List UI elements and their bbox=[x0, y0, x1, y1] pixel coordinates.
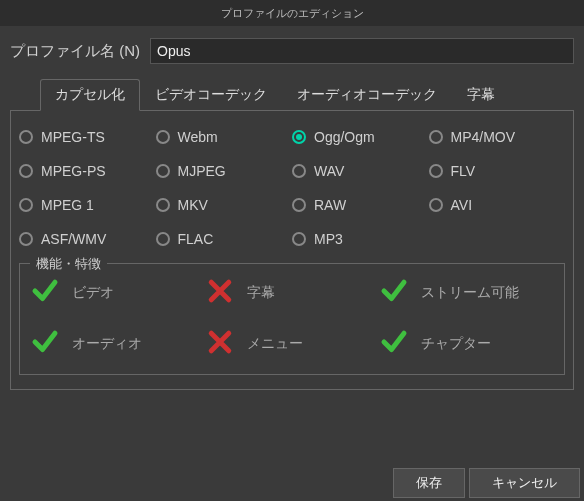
feature-video: ビデオ bbox=[30, 276, 205, 309]
tab-video-codec[interactable]: ビデオコーデック bbox=[140, 79, 282, 111]
dialog-footer: 保存 キャンセル bbox=[0, 465, 584, 501]
radio-icon bbox=[19, 232, 33, 246]
radio-icon bbox=[429, 164, 443, 178]
features-grid: ビデオ字幕ストリーム可能オーディオメニューチャプター bbox=[30, 276, 554, 360]
format-radio-group: MPEG-TSWebmOgg/OgmMP4/MOVMPEG-PSMJPEGWAV… bbox=[19, 129, 565, 247]
format-radio-flv[interactable]: FLV bbox=[429, 163, 566, 179]
format-label: RAW bbox=[314, 197, 346, 213]
format-radio-avi[interactable]: AVI bbox=[429, 197, 566, 213]
format-label: MJPEG bbox=[178, 163, 226, 179]
format-radio-wav[interactable]: WAV bbox=[292, 163, 429, 179]
feature-label: チャプター bbox=[421, 335, 491, 353]
radio-icon bbox=[156, 198, 170, 212]
tab-panel-encapsulation: MPEG-TSWebmOgg/OgmMP4/MOVMPEG-PSMJPEGWAV… bbox=[10, 111, 574, 390]
format-label: FLAC bbox=[178, 231, 214, 247]
feature-label: 字幕 bbox=[247, 284, 275, 302]
format-radio-mkv[interactable]: MKV bbox=[156, 197, 293, 213]
radio-icon bbox=[19, 198, 33, 212]
feature-label: メニュー bbox=[247, 335, 303, 353]
format-label: AVI bbox=[451, 197, 473, 213]
radio-icon bbox=[19, 130, 33, 144]
format-label: WAV bbox=[314, 163, 344, 179]
format-label: FLV bbox=[451, 163, 476, 179]
tab-bar: カプセル化 ビデオコーデック オーディオコーデック 字幕 bbox=[10, 78, 574, 111]
format-radio-ogg[interactable]: Ogg/Ogm bbox=[292, 129, 429, 145]
tab-encapsulation[interactable]: カプセル化 bbox=[40, 79, 140, 111]
feature-stream: ストリーム可能 bbox=[379, 276, 554, 309]
features-legend: 機能・特徴 bbox=[30, 255, 107, 273]
format-label: MKV bbox=[178, 197, 208, 213]
radio-icon bbox=[19, 164, 33, 178]
tab-subtitles[interactable]: 字幕 bbox=[452, 79, 510, 111]
radio-icon bbox=[292, 130, 306, 144]
format-radio-mp4[interactable]: MP4/MOV bbox=[429, 129, 566, 145]
window-title: プロファイルのエディション bbox=[221, 6, 364, 21]
format-radio-asf[interactable]: ASF/WMV bbox=[19, 231, 156, 247]
check-icon bbox=[30, 327, 60, 360]
feature-audio: オーディオ bbox=[30, 327, 205, 360]
feature-menu: メニュー bbox=[205, 327, 380, 360]
feature-subs: 字幕 bbox=[205, 276, 380, 309]
check-icon bbox=[379, 276, 409, 309]
format-radio-mpeg-ps[interactable]: MPEG-PS bbox=[19, 163, 156, 179]
radio-icon bbox=[429, 198, 443, 212]
format-radio-mpeg-ts[interactable]: MPEG-TS bbox=[19, 129, 156, 145]
format-label: MP3 bbox=[314, 231, 343, 247]
format-label: MPEG-PS bbox=[41, 163, 106, 179]
cross-icon bbox=[205, 276, 235, 309]
format-label: ASF/WMV bbox=[41, 231, 106, 247]
radio-icon bbox=[156, 232, 170, 246]
format-label: MP4/MOV bbox=[451, 129, 516, 145]
radio-icon bbox=[292, 232, 306, 246]
format-radio-mjpeg[interactable]: MJPEG bbox=[156, 163, 293, 179]
radio-icon bbox=[156, 164, 170, 178]
cross-icon bbox=[205, 327, 235, 360]
radio-icon bbox=[292, 198, 306, 212]
format-radio-raw[interactable]: RAW bbox=[292, 197, 429, 213]
format-radio-webm[interactable]: Webm bbox=[156, 129, 293, 145]
profile-name-label: プロファイル名 (N) bbox=[10, 42, 140, 61]
format-label: MPEG-TS bbox=[41, 129, 105, 145]
check-icon bbox=[379, 327, 409, 360]
features-fieldset: 機能・特徴 ビデオ字幕ストリーム可能オーディオメニューチャプター bbox=[19, 263, 565, 375]
radio-icon bbox=[429, 130, 443, 144]
feature-chapter: チャプター bbox=[379, 327, 554, 360]
feature-label: ストリーム可能 bbox=[421, 284, 519, 302]
feature-label: オーディオ bbox=[72, 335, 142, 353]
cancel-button[interactable]: キャンセル bbox=[469, 468, 580, 498]
check-icon bbox=[30, 276, 60, 309]
radio-icon bbox=[156, 130, 170, 144]
window-titlebar: プロファイルのエディション bbox=[0, 0, 584, 26]
format-label: Webm bbox=[178, 129, 218, 145]
format-label: MPEG 1 bbox=[41, 197, 94, 213]
format-radio-mpeg1[interactable]: MPEG 1 bbox=[19, 197, 156, 213]
save-button[interactable]: 保存 bbox=[393, 468, 465, 498]
feature-label: ビデオ bbox=[72, 284, 114, 302]
format-radio-flac[interactable]: FLAC bbox=[156, 231, 293, 247]
format-radio-mp3[interactable]: MP3 bbox=[292, 231, 429, 247]
radio-icon bbox=[292, 164, 306, 178]
format-label: Ogg/Ogm bbox=[314, 129, 375, 145]
profile-name-input[interactable] bbox=[150, 38, 574, 64]
tab-audio-codec[interactable]: オーディオコーデック bbox=[282, 79, 452, 111]
